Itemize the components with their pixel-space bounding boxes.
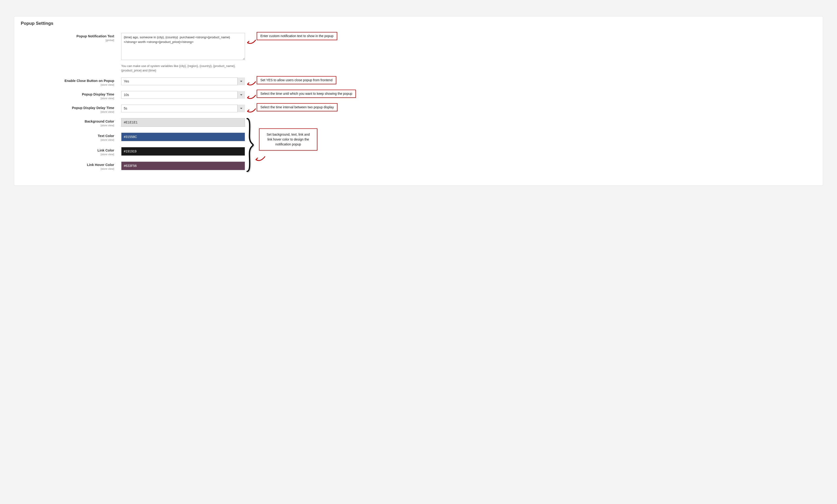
- popup-settings-panel: Popup Settings Popup Notification Text […: [14, 16, 823, 185]
- notification-text-scope: [global]: [106, 39, 114, 41]
- text-color-input[interactable]: #31558C: [121, 132, 245, 141]
- display-time-scope: [store view]: [101, 97, 114, 100]
- field-display-time: Popup Display Time [store view] 10s Sele…: [21, 91, 816, 100]
- text-color-scope: [store view]: [101, 139, 114, 141]
- control-cell: 10s: [121, 91, 245, 100]
- link-color-label: Link Color: [21, 148, 114, 152]
- display-delay-time-label: Popup Display Delay Time: [21, 106, 114, 110]
- display-delay-time-select[interactable]: 5s: [121, 105, 245, 112]
- link-hover-color-label: Link Hover Color: [21, 163, 114, 167]
- enable-close-select[interactable]: Yes: [121, 77, 245, 85]
- control-cell: Yes: [121, 77, 245, 86]
- link-hover-color-scope: [store view]: [101, 167, 114, 170]
- field-link-color: Link Color [store view] #191919: [21, 147, 816, 156]
- field-text-color: Text Color [store view] #31558C: [21, 132, 816, 142]
- link-color-scope: [store view]: [101, 153, 114, 156]
- field-enable-close: Enable Close Button on Popup [store view…: [21, 77, 816, 86]
- display-time-label: Popup Display Time: [21, 92, 114, 96]
- label-cell: Text Color [store view]: [21, 132, 121, 142]
- callout-colors: Set background, text, link and link hove…: [259, 128, 317, 150]
- text-color-label: Text Color: [21, 134, 114, 138]
- control-cell: #31558C: [121, 132, 245, 142]
- label-cell: Enable Close Button on Popup [store view…: [21, 77, 121, 86]
- callout-notification-text: Enter custom notification text to show i…: [257, 32, 337, 40]
- link-hover-color-input[interactable]: #633F56: [121, 162, 245, 170]
- chevron-down-icon: [237, 91, 245, 99]
- label-cell: Popup Display Time [store view]: [21, 91, 121, 100]
- label-cell: Popup Display Delay Time [store view]: [21, 105, 121, 113]
- label-cell: Background Color [store view]: [21, 118, 121, 127]
- notification-text-textarea[interactable]: [121, 33, 245, 60]
- notification-text-help: You can make use of system variables lik…: [121, 64, 245, 73]
- callout-display-time: Select the time until which you want to …: [257, 90, 356, 98]
- field-background-color: Background Color [store view] #E1E1E1: [21, 118, 816, 127]
- display-delay-time-value: 5s: [121, 105, 245, 112]
- panel-title: Popup Settings: [21, 21, 816, 26]
- enable-close-value: Yes: [121, 77, 245, 85]
- link-color-input[interactable]: #191919: [121, 147, 245, 156]
- color-fields-group: Background Color [store view] #E1E1E1 Te…: [21, 118, 816, 170]
- field-link-hover-color: Link Hover Color [store view] #633F56: [21, 162, 816, 170]
- arrow-icon: [254, 156, 266, 162]
- callout-display-delay-time: Select the time interval between two pop…: [257, 103, 337, 111]
- enable-close-label: Enable Close Button on Popup: [21, 79, 114, 83]
- display-time-value: 10s: [121, 91, 245, 99]
- control-cell: #633F56: [121, 162, 245, 170]
- label-cell: Link Color [store view]: [21, 147, 121, 156]
- field-display-delay-time: Popup Display Delay Time [store view] 5s…: [21, 105, 816, 113]
- enable-close-scope: [store view]: [101, 83, 114, 86]
- chevron-down-icon: [237, 105, 245, 112]
- label-cell: Popup Notification Text [global]: [21, 33, 121, 73]
- background-color-label: Background Color: [21, 120, 114, 123]
- chevron-down-icon: [237, 77, 245, 85]
- display-time-select[interactable]: 10s: [121, 91, 245, 99]
- callout-enable-close: Set YES to allow users close popup from …: [257, 76, 336, 84]
- control-cell: #E1E1E1: [121, 118, 245, 127]
- field-notification-text: Popup Notification Text [global] You can…: [21, 33, 816, 73]
- control-cell: You can make use of system variables lik…: [121, 33, 245, 73]
- label-cell: Link Hover Color [store view]: [21, 162, 121, 170]
- background-color-input[interactable]: #E1E1E1: [121, 118, 245, 127]
- background-color-scope: [store view]: [101, 124, 114, 127]
- control-cell: 5s: [121, 105, 245, 113]
- notification-text-label: Popup Notification Text: [21, 34, 114, 38]
- display-delay-time-scope: [store view]: [101, 110, 114, 113]
- control-cell: #191919: [121, 147, 245, 156]
